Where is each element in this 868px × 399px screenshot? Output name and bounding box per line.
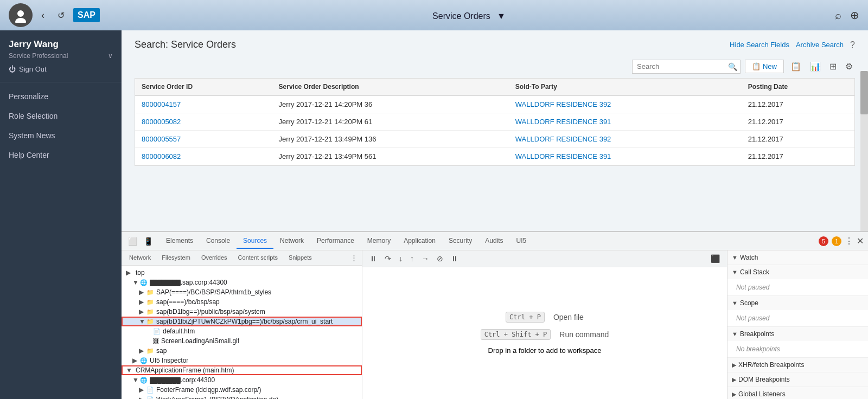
service-order-id-cell[interactable]: 8000006082	[135, 148, 272, 165]
tree-item[interactable]: 📄 default.htm	[122, 326, 362, 336]
sub-tab-content-scripts[interactable]: Content scripts	[233, 252, 283, 264]
archive-search-link[interactable]: Archive Search	[796, 41, 844, 49]
tree-icon: 📁	[146, 299, 154, 306]
tree-label: sap	[156, 347, 167, 355]
tree-icon: 🖼	[153, 338, 159, 344]
sap-header-actions: Hide Search Fields Archive Search ?	[730, 40, 855, 50]
tree-item[interactable]: 🖼 ScreenLoadingAniSmall.gif	[122, 336, 362, 346]
history-button[interactable]: ↺	[53, 8, 69, 23]
tab-elements[interactable]: Elements	[159, 234, 200, 249]
chart-button[interactable]: 📊	[808, 59, 823, 74]
sap-content: Search: Service Orders Hide Search Field…	[122, 30, 868, 231]
help-icon[interactable]: ?	[850, 40, 855, 50]
tree-icon: 📁	[146, 318, 154, 325]
sidebar-item-role-selection[interactable]: Role Selection	[0, 106, 122, 126]
tree-item[interactable]: ▼ 🌐 ████████.sap.corp:44300	[122, 278, 362, 287]
tree-item[interactable]: ▶ 📁 sap(====)/bc/bsp/sap	[122, 297, 362, 307]
add-button[interactable]: ⊕	[850, 9, 859, 22]
step-out-btn[interactable]: ↑	[407, 253, 417, 265]
right-section-header[interactable]: ▼ Scope	[727, 296, 868, 310]
drawer-btn[interactable]: ⬛	[708, 253, 723, 265]
pause-resume-btn[interactable]: ⏸	[367, 253, 380, 265]
device-toolbar-btn[interactable]: 📱	[142, 236, 155, 247]
tab-ui5[interactable]: UI5	[510, 234, 533, 249]
back-button[interactable]: ‹	[37, 8, 49, 23]
sidebar-item-system-news[interactable]: System News	[0, 126, 122, 145]
tree-arrow: ▶	[126, 269, 133, 276]
sub-tab-overrides[interactable]: Overrides	[196, 252, 233, 264]
tab-sources[interactable]: Sources	[237, 234, 273, 249]
search-button[interactable]: ⌕	[835, 9, 841, 22]
sub-tab-filesystem[interactable]: Filesystem	[156, 252, 196, 264]
tree-item[interactable]: ▼ 📁 sap(bD1lbiZjPTUwNCZkPW1pbg==)/bc/bsp…	[122, 317, 362, 326]
right-section-header[interactable]: ▶ Global Listeners	[727, 387, 868, 399]
tree-item[interactable]: ▶ top	[122, 268, 362, 278]
grid-button[interactable]: ⊞	[827, 59, 839, 74]
sold-to-party-cell[interactable]: WALLDORF RESIDENCE 391	[509, 148, 742, 165]
sold-to-party-cell[interactable]: WALLDORF RESIDENCE 392	[509, 131, 742, 148]
tab-console[interactable]: Console	[200, 234, 237, 249]
new-button[interactable]: 📋 New	[745, 60, 784, 73]
service-order-desc-cell: Jerry 2017-12-21 14:20PM 61	[272, 113, 509, 131]
tree-item[interactable]: ▶ 📄 WorkAreaFrame1 (BSPWDApplication.do)	[122, 395, 362, 399]
tab-network[interactable]: Network	[273, 234, 310, 249]
tree-item[interactable]: ▶ 📄 FooterFrame (ldciqgp.wdf.sap.corp/)	[122, 385, 362, 395]
tree-label: FooterFrame (ldciqgp.wdf.sap.corp/)	[156, 386, 261, 394]
sign-out-button[interactable]: ⏻ Sign Out	[9, 65, 113, 73]
devtools-more-button[interactable]: ⋮	[845, 236, 853, 246]
right-section-header[interactable]: ▶ XHR/fetch Breakpoints	[727, 358, 868, 372]
inspect-element-btn[interactable]: ⬜	[126, 236, 139, 247]
tree-item[interactable]: ▶ 📁 sap	[122, 346, 362, 356]
right-section-header[interactable]: ▼ Call Stack	[727, 265, 868, 279]
right-section-header[interactable]: ▼ Watch	[727, 250, 868, 265]
right-section-header[interactable]: ▼ Breakpoints	[727, 327, 868, 341]
sub-tab-network[interactable]: Network	[124, 252, 156, 264]
app-bar-actions: ⌕ ⊕	[835, 9, 859, 22]
tab-audits[interactable]: Audits	[478, 234, 509, 249]
tree-label: top	[136, 269, 145, 276]
hide-search-fields-link[interactable]: Hide Search Fields	[730, 41, 789, 49]
tree-icon: 🌐	[140, 279, 148, 286]
app-title-chevron[interactable]: ▼	[497, 11, 506, 21]
service-order-id-cell[interactable]: 8000005557	[135, 131, 272, 148]
deactivate-breakpoints-btn[interactable]: ⊘	[434, 253, 446, 265]
role-chevron[interactable]: ∨	[108, 52, 113, 60]
sap-toolbar: 🔍 📋 New 📋 📊 ⊞ ⚙	[122, 55, 868, 78]
devtools-tab-icons: ⬜ 📱	[126, 236, 155, 247]
scroll-bar[interactable]	[860, 71, 868, 231]
tab-application[interactable]: Application	[397, 234, 442, 249]
search-input[interactable]	[637, 62, 728, 70]
tree-item[interactable]: ▶ 📁 SAP(====)/BC/BSP/SAP/thtm1b_styles	[122, 287, 362, 297]
section-label: Watch	[740, 254, 758, 261]
tree-arrow: ▼	[132, 376, 140, 384]
sidebar-menu: Personalize Role Selection System News H…	[0, 82, 122, 169]
sidebar-item-personalize[interactable]: Personalize	[0, 87, 122, 106]
step-into-btn[interactable]: ↓	[396, 253, 405, 265]
user-role-row: Service Professional ∨	[9, 52, 113, 60]
right-section-header[interactable]: ▶ DOM Breakpoints	[727, 372, 868, 387]
tab-security[interactable]: Security	[442, 234, 478, 249]
tab-memory[interactable]: Memory	[361, 234, 397, 249]
service-order-id-cell[interactable]: 8000004157	[135, 95, 272, 113]
step-btn[interactable]: →	[419, 253, 432, 265]
settings-button[interactable]: ⚙	[843, 59, 855, 74]
sub-tab-snippets[interactable]: Snippets	[283, 252, 317, 264]
search-box[interactable]: 🔍	[632, 60, 741, 74]
tab-performance[interactable]: Performance	[310, 234, 361, 249]
pause-exceptions-btn[interactable]: ⏸	[448, 253, 461, 265]
copy-button[interactable]: 📋	[788, 59, 803, 74]
tree-icon: 📁	[146, 308, 154, 316]
devtools-close-button[interactable]: ✕	[857, 236, 864, 246]
sold-to-party-cell[interactable]: WALLDORF RESIDENCE 392	[509, 95, 742, 113]
sap-header: Search: Service Orders Hide Search Field…	[122, 30, 868, 55]
sources-more-button[interactable]: ⋮	[348, 253, 360, 263]
tree-item[interactable]: ▼ 🌐 ████████.corp:44300	[122, 375, 362, 385]
tree-item[interactable]: ▼ CRMApplicationFrame (main.htm)	[122, 365, 362, 375]
tree-item[interactable]: ▶ 📁 sap(bD1lbg==)/public/bsp/sap/system	[122, 307, 362, 317]
sidebar-item-help-center[interactable]: Help Center	[0, 145, 122, 165]
step-over-btn[interactable]: ↷	[382, 253, 394, 265]
scroll-thumb[interactable]	[860, 71, 868, 114]
service-order-id-cell[interactable]: 8000005082	[135, 113, 272, 131]
tree-item[interactable]: ▶ 🌐 UI5 Inspector	[122, 356, 362, 365]
sold-to-party-cell[interactable]: WALLDORF RESIDENCE 391	[509, 113, 742, 131]
